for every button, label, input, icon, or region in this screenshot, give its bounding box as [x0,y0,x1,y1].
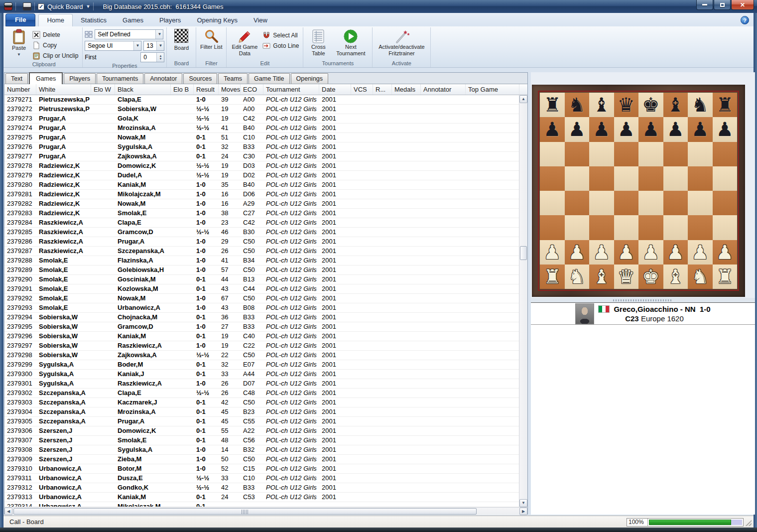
board-square[interactable]: ♝ [663,265,688,289]
board-square[interactable]: ♟ [589,117,614,141]
vertical-scroll-thumb[interactable] [520,246,527,260]
game-row[interactable]: 2379278Radziewicz,KDomowicz,K½-½19D03POL… [4,161,519,171]
board-square[interactable]: ♟ [540,240,565,265]
board-square[interactable]: ♟ [688,117,713,141]
board-square[interactable] [540,191,565,215]
list-tab-text[interactable]: Text [5,73,28,84]
board-square[interactable] [565,191,590,215]
game-row[interactable]: 2379291Smolak,EKozlowska,M0-143C44POL-ch… [4,284,519,294]
ribbon-tab-home[interactable]: Home [38,14,73,26]
board-square[interactable] [614,215,639,240]
cross-table-button[interactable]: Cross Table [305,28,331,58]
board-square[interactable]: ♞ [565,93,590,117]
list-tab-annotator[interactable]: Annotator [144,73,182,84]
board-square[interactable] [540,166,565,191]
board-square[interactable] [638,166,663,191]
ribbon-tab-players[interactable]: Players [151,14,189,26]
game-row[interactable]: 2379275Prugar,ANowak,M0-151C10POL-ch U12… [4,133,519,142]
delete-button[interactable]: Delete [30,29,80,40]
board-square[interactable] [589,191,614,215]
column-header-elo-b[interactable]: Elo B [171,84,194,95]
board-square[interactable]: ♝ [589,93,614,117]
column-header-number[interactable]: Number [4,84,36,95]
game-row[interactable]: 2379301Sygulska,ARaszkiewicz,A1-026D07PO… [4,379,519,389]
game-row[interactable]: 2379283Radziewicz,KSmolak,E1-038C27POL-c… [4,209,519,218]
board-square[interactable]: ♝ [589,265,614,289]
list-tab-players[interactable]: Players [64,73,96,84]
quick-board-dropdown-icon[interactable]: ▼ [86,4,91,9]
scroll-down-icon[interactable]: ▼ [519,499,527,507]
next-tournament-button[interactable]: Next Tournament [331,28,370,58]
game-row[interactable]: 2379287Raszkiewicz,ASzczepanska,A1-026C5… [4,247,519,256]
board-square[interactable]: ♟ [713,117,738,141]
game-row[interactable]: 2379296Sobierska,WKaniak,M0-119C40POL-ch… [4,332,519,341]
board-button[interactable]: Board [169,28,194,52]
font-size-select[interactable]: 13 ▼ [143,41,164,51]
board-square[interactable]: ♛ [614,93,639,117]
column-header-tournament[interactable]: Tournament [263,84,319,95]
board-square[interactable]: ♜ [713,265,738,289]
board-square[interactable] [713,191,738,215]
game-row[interactable]: 2379314Urbanowicz,AMikolajczak,M0-1 [4,502,519,507]
game-row[interactable]: 2379285Raszkiewicz,AGramcow,D½-½46B30POL… [4,228,519,237]
board-square[interactable]: ♞ [688,93,713,117]
board-square[interactable] [663,166,688,191]
board-square[interactable] [638,191,663,215]
board-square[interactable] [663,215,688,240]
game-row[interactable]: 2379298Sobierska,WZajkowska,A½-½22C50POL… [4,351,519,360]
board-square[interactable]: ♟ [713,240,738,265]
board-square[interactable]: ♟ [614,240,639,265]
game-row[interactable]: 2379280Radziewicz,KKaniak,M1-035B40POL-c… [4,180,519,190]
style-select[interactable]: Self Defined ▼ [95,29,163,39]
board-square[interactable]: ♟ [589,240,614,265]
game-row[interactable]: 2379300Sygulska,AKaniak,J0-133A44POL-ch … [4,370,519,379]
board-square[interactable] [638,215,663,240]
game-row[interactable]: 2379289Smolak,EGolebiowska,H1-057C50POL-… [4,266,519,275]
ribbon-tab-opening-keys[interactable]: Opening Keys [189,14,246,26]
panel-splitter[interactable] [531,298,755,302]
board-square[interactable] [589,215,614,240]
board-square[interactable]: ♞ [688,265,713,289]
column-header-elo-w[interactable]: Elo W [91,84,115,95]
select-all-button[interactable]: Select All [260,30,301,40]
game-row[interactable]: 2379310Urbanowicz,ABotor,M1-052C15POL-ch… [4,464,519,474]
paste-button[interactable]: Paste ▼ [7,28,30,59]
column-header-medals[interactable]: Medals [392,84,421,95]
game-row[interactable]: 2379292Smolak,ENowak,M1-067C50POL-ch U12… [4,294,519,303]
minimize-button[interactable] [696,0,713,10]
list-tab-openings[interactable]: Openings [291,73,329,84]
game-row[interactable]: 2379308Szerszen,JSygulska,A1-014B32POL-c… [4,445,519,455]
board-square[interactable] [565,215,590,240]
chess-board[interactable]: ♜♞♝♛♚♝♞♜♟♟♟♟♟♟♟♟♟♟♟♟♟♟♟♟♜♞♝♛♚♝♞♜ [532,85,745,297]
board-square[interactable]: ♟ [565,117,590,141]
board-square[interactable]: ♟ [638,117,663,141]
board-square[interactable]: ♚ [638,265,663,289]
column-header-white[interactable]: White [36,84,91,95]
board-square[interactable] [688,142,713,166]
vertical-scrollbar[interactable]: ▲ ▼ [519,95,527,507]
game-row[interactable]: 2379297Sobierska,WRaszkiewicz,A1-019C22P… [4,341,519,351]
clip-or-unclip-button[interactable]: Clip or Unclip [30,50,80,61]
column-header-eco[interactable]: ECO [241,84,263,95]
column-header-result[interactable]: Result [194,84,219,95]
game-row[interactable]: 2379272Pietruszewska,PSobierska,W½-½19A0… [4,105,519,114]
edit-game-data-button[interactable]: Edit Game Data [229,28,260,58]
board-square[interactable] [713,215,738,240]
fritztrainer-button[interactable]: Activate/deactivate Fritztrainer [375,28,428,58]
board-square[interactable]: ♟ [663,240,688,265]
board-square[interactable]: ♝ [663,93,688,117]
board-square[interactable]: ♛ [614,265,639,289]
game-row[interactable]: 2379306Szerszen,JDomowicz,K0-155A22POL-c… [4,426,519,436]
goto-line-button[interactable]: Goto Line [260,40,301,51]
game-row[interactable]: 2379304Szczepanska,AMrozinska,A0-145B23P… [4,407,519,417]
game-row[interactable]: 2379288Smolak,EFlazinska,A1-041B34POL-ch… [4,256,519,266]
game-row[interactable]: 2379284Raszkiewicz,AClapa,E1-023C42POL-c… [4,218,519,228]
board-square[interactable] [614,166,639,191]
game-row[interactable]: 2379290Smolak,EGosciniak,M0-144B13POL-ch… [4,275,519,284]
game-row[interactable]: 2379313Urbanowicz,AKaniak,M0-124C53POL-c… [4,493,519,502]
column-header-date[interactable]: Date [319,84,351,95]
help-icon[interactable]: ? [741,16,749,24]
font-select[interactable]: Segoe UI ▼ [85,41,141,51]
ribbon-tab-file[interactable]: File [5,13,35,26]
game-row[interactable]: 2379281Radziewicz,KMikolajczak,M1-016D06… [4,190,519,199]
